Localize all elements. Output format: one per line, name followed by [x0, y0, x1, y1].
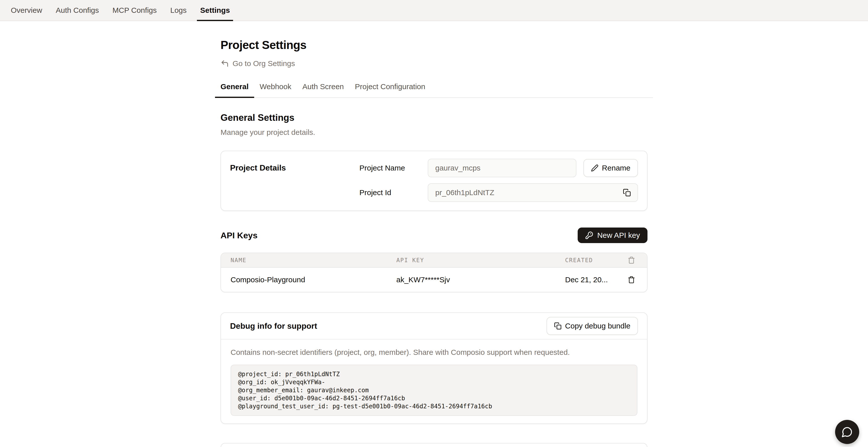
project-name-input[interactable] — [428, 159, 577, 177]
column-name: NAME — [230, 257, 396, 263]
chat-support-button[interactable] — [835, 420, 859, 444]
rename-button[interactable]: Rename — [583, 159, 638, 177]
code-line: @org_member_email: gaurav@inkeep.com — [238, 386, 630, 394]
debug-code-block: @project_id: pr_06th1pLdNtTZ@org_id: ok_… — [230, 364, 638, 416]
key-icon — [585, 231, 593, 239]
tab-auth-screen[interactable]: Auth Screen — [297, 83, 349, 97]
tab-project-configuration[interactable]: Project Configuration — [349, 83, 431, 97]
debug-description: Contains non-secret identifiers (project… — [230, 348, 638, 357]
column-api-key: API KEY — [396, 257, 565, 263]
tab-general[interactable]: General — [215, 83, 254, 97]
delete-api-key-button[interactable] — [627, 275, 636, 285]
api-keys-table: NAME API KEY CREATED Composio-Playground… — [220, 253, 648, 292]
settings-page: Project Settings Go to Org Settings Gene… — [220, 38, 648, 447]
next-section-card — [220, 443, 648, 447]
copy-icon — [554, 322, 562, 330]
debug-info-card: Debug info for support Copy debug bundle… — [220, 312, 648, 424]
copy-project-id-button[interactable] — [621, 187, 632, 198]
page-title: Project Settings — [220, 38, 648, 52]
go-to-org-settings-label: Go to Org Settings — [232, 59, 295, 68]
project-id-label: Project Id — [360, 188, 428, 197]
project-id-row: Project Id — [360, 183, 638, 202]
api-keys-table-header: NAME API KEY CREATED — [221, 253, 647, 268]
go-to-org-settings-link[interactable]: Go to Org Settings — [220, 59, 295, 68]
copy-debug-bundle-button[interactable]: Copy debug bundle — [547, 317, 638, 335]
code-line: @project_id: pr_06th1pLdNtTZ — [238, 370, 630, 378]
project-details-card: Project Details Project Name Rename Proj… — [220, 151, 648, 211]
trash-icon — [627, 255, 636, 265]
api-keys-heading: API Keys — [220, 230, 257, 240]
rename-button-label: Rename — [602, 164, 630, 172]
project-name-label: Project Name — [360, 164, 428, 172]
copy-icon — [623, 189, 631, 197]
code-line: @org_id: ok_jVveqqkYFWa- — [238, 378, 630, 386]
nav-item-overview[interactable]: Overview — [4, 0, 49, 21]
debug-card-title: Debug info for support — [230, 321, 317, 331]
nav-item-settings[interactable]: Settings — [193, 0, 237, 21]
api-key-value: ak_KW7*****Sjv — [396, 276, 565, 284]
table-row: Composio-Playground ak_KW7*****Sjv Dec 2… — [221, 268, 647, 292]
project-id-input[interactable] — [428, 183, 638, 202]
new-api-key-button[interactable]: New API key — [578, 227, 648, 243]
api-key-name: Composio-Playground — [230, 276, 396, 284]
debug-card-header: Debug info for support Copy debug bundle — [221, 313, 647, 340]
corner-up-left-icon — [220, 59, 229, 68]
nav-item-mcp-configs[interactable]: MCP Configs — [106, 0, 163, 21]
nav-item-logs[interactable]: Logs — [163, 0, 193, 21]
tab-webhook[interactable]: Webhook — [254, 83, 297, 97]
project-details-title: Project Details — [230, 163, 360, 172]
trash-icon — [628, 276, 635, 284]
chat-bubble-icon — [841, 426, 853, 438]
api-key-created: Dec 21, 20... — [565, 276, 623, 284]
pencil-icon — [591, 164, 598, 172]
new-api-key-label: New API key — [597, 231, 640, 240]
copy-debug-bundle-label: Copy debug bundle — [565, 322, 630, 330]
column-created: CREATED — [565, 257, 623, 263]
settings-tabs: General Webhook Auth Screen Project Conf… — [215, 83, 653, 98]
code-line: @playground_test_user_id: pg-test-d5e001… — [238, 402, 630, 410]
general-settings-heading: General Settings — [220, 113, 648, 123]
api-keys-header: API Keys New API key — [220, 227, 648, 243]
top-nav: Overview Auth Configs MCP Configs Logs S… — [0, 0, 868, 21]
general-settings-description: Manage your project details. — [220, 128, 648, 137]
project-name-row: Project Name Rename — [360, 159, 638, 177]
code-line: @user_id: d5e001b0-09ac-46d2-8451-2694ff… — [238, 394, 630, 402]
nav-item-auth-configs[interactable]: Auth Configs — [49, 0, 106, 21]
